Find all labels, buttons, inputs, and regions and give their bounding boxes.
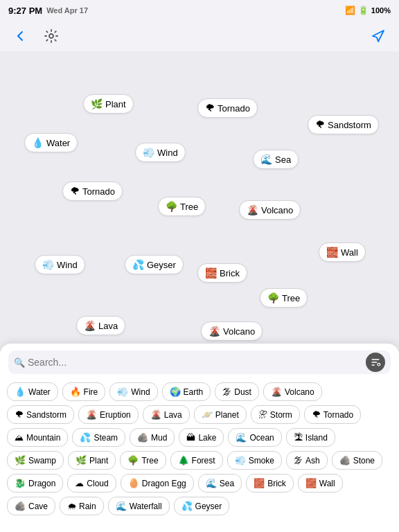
grid-item-31[interactable]: 🪨Cave [7, 497, 55, 515]
grid-item-13[interactable]: 💦Steam [72, 428, 125, 447]
canvas-node-n11[interactable]: 💨Wind [35, 255, 85, 274]
grid-item-4[interactable]: 🌫Dust [215, 382, 259, 401]
canvas-node-n3[interactable]: 🌪Sandstorm [308, 115, 379, 134]
grid-label: Volcano [285, 387, 314, 397]
grid-label: Steam [94, 433, 118, 443]
svg-rect-2 [371, 362, 377, 363]
grid-item-32[interactable]: 🌧Rain [60, 497, 104, 515]
canvas-node-n16[interactable]: 🌋Volcano [201, 321, 263, 341]
grid-item-5[interactable]: 🌋Volcano [263, 382, 322, 401]
node-label: Volcano [261, 205, 293, 215]
grid-label: Geyser [195, 502, 222, 511]
canvas-node-n6[interactable]: 🌊Sea [253, 150, 299, 169]
grid-item-33[interactable]: 🌊Waterfall [108, 497, 170, 515]
settings-button[interactable] [40, 25, 62, 47]
grid-item-16[interactable]: 🌊Ocean [228, 428, 281, 447]
grid-item-6[interactable]: 🌪Sandstorm [7, 405, 74, 424]
grid-emoji: 💨 [235, 455, 246, 466]
grid-emoji: 🧱 [254, 478, 265, 488]
grid-label: Rain [79, 502, 96, 511]
status-date: Wed Apr 17 [46, 6, 88, 15]
grid-item-23[interactable]: 🌫Ash [286, 451, 328, 470]
status-icons: 📶 🔋 100% [345, 6, 391, 15]
search-input[interactable] [8, 351, 391, 374]
grid-label: Storm [270, 410, 292, 420]
canvas-node-n2[interactable]: 🌪Tornado [197, 98, 258, 118]
grid-emoji: 🌋 [271, 387, 282, 397]
node-label: Brick [220, 268, 240, 278]
grid-emoji: 🌫 [294, 455, 303, 466]
grid-label: Stone [353, 456, 375, 466]
grid-item-15[interactable]: 🏔Lake [179, 428, 224, 447]
node-emoji: 💦 [132, 259, 144, 270]
grid-item-29[interactable]: 🧱Brick [246, 474, 294, 493]
grid-item-20[interactable]: 🌳Tree [120, 451, 166, 470]
grid-item-24[interactable]: 🪨Stone [332, 451, 382, 470]
back-button[interactable] [10, 25, 32, 47]
canvas-node-n7[interactable]: 🌪Tornado [62, 181, 123, 201]
grid-emoji: 🌊 [116, 501, 127, 511]
canvas-node-n1[interactable]: 🌿Plant [83, 94, 134, 114]
grid-label: Planet [215, 410, 239, 420]
grid-item-18[interactable]: 🌿Swamp [7, 451, 64, 470]
canvas-node-n15[interactable]: 🌋Lava [76, 316, 125, 335]
canvas-node-n4[interactable]: 💧Water [24, 133, 78, 152]
grid-label: Fire [84, 387, 98, 397]
node-emoji: 🌋 [247, 204, 258, 215]
grid-item-3[interactable]: 🌍Earth [162, 382, 211, 401]
grid-item-19[interactable]: 🌿Plant [68, 451, 116, 470]
node-label: Tree [180, 202, 198, 212]
grid-emoji: 🌿 [15, 455, 26, 466]
grid-item-26[interactable]: ☁Cloud [67, 474, 116, 493]
grid-item-9[interactable]: 🪐Planet [194, 405, 247, 424]
node-label: Wall [341, 247, 358, 258]
svg-point-5 [378, 364, 380, 365]
grid-item-17[interactable]: 🏝Island [286, 428, 335, 447]
grid-label: Waterfall [130, 502, 162, 511]
grid-item-12[interactable]: ⛰Mountain [7, 428, 68, 447]
node-emoji: 🌳 [267, 292, 279, 303]
canvas-node-n9[interactable]: 🌋Volcano [239, 200, 301, 220]
node-label: Plant [105, 99, 126, 109]
grid-item-21[interactable]: 🌲Forest [170, 451, 223, 470]
grid-label: Cloud [87, 479, 108, 488]
grid-emoji: 🌿 [76, 455, 87, 466]
node-label: Tornado [82, 186, 115, 197]
grid-emoji: 💦 [80, 432, 91, 443]
grid-emoji: 🏔 [186, 432, 195, 443]
grid-item-25[interactable]: 🐉Dragon [7, 474, 63, 493]
canvas-node-n10[interactable]: 🧱Wall [319, 242, 366, 262]
canvas-node-n14[interactable]: 🌳Tree [260, 288, 308, 308]
grid-item-1[interactable]: 🔥Fire [62, 382, 106, 401]
nav-left [10, 25, 62, 47]
elements-grid: 💧Water🔥Fire💨Wind🌍Earth🌫Dust🌋Volcano🌪Sand… [0, 380, 399, 518]
grid-item-7[interactable]: 🌋Eruption [78, 405, 139, 424]
grid-item-2[interactable]: 💨Wind [109, 382, 157, 401]
canvas-node-n5[interactable]: 💨Wind [135, 143, 186, 162]
grid-item-22[interactable]: 💨Smoke [227, 451, 282, 470]
node-emoji: 🧱 [205, 267, 217, 278]
grid-item-8[interactable]: 🌋Lava [143, 405, 190, 424]
search-icon: 🔍 [14, 357, 25, 368]
canvas-node-n13[interactable]: 🧱Brick [197, 263, 247, 283]
grid-emoji: 🐉 [15, 478, 26, 488]
grid-emoji: 🪨 [15, 501, 26, 511]
canvas-node-n12[interactable]: 💦Geyser [125, 255, 184, 274]
sort-button[interactable] [366, 353, 385, 372]
grid-item-0[interactable]: 💧Water [7, 382, 58, 401]
grid-item-28[interactable]: 🌊Sea [198, 474, 242, 493]
brush-button[interactable] [367, 25, 389, 47]
grid-emoji: 🪨 [339, 455, 351, 466]
grid-item-10[interactable]: ⛈Storm [251, 405, 300, 424]
node-label: Volcano [223, 326, 255, 337]
grid-item-27[interactable]: 🥚Dragon Egg [121, 474, 194, 493]
node-label: Geyser [147, 260, 176, 270]
grid-emoji: 🪐 [202, 409, 213, 420]
grid-item-34[interactable]: 💦Geyser [174, 497, 230, 515]
grid-label: Lava [164, 410, 182, 420]
grid-item-30[interactable]: 🧱Wall [298, 474, 343, 493]
status-bar: 9:27 PM Wed Apr 17 📶 🔋 100% [0, 0, 399, 21]
grid-item-14[interactable]: 🪨Mud [130, 428, 175, 447]
grid-item-11[interactable]: 🌪Tornado [304, 405, 361, 424]
canvas-node-n8[interactable]: 🌳Tree [158, 197, 206, 216]
